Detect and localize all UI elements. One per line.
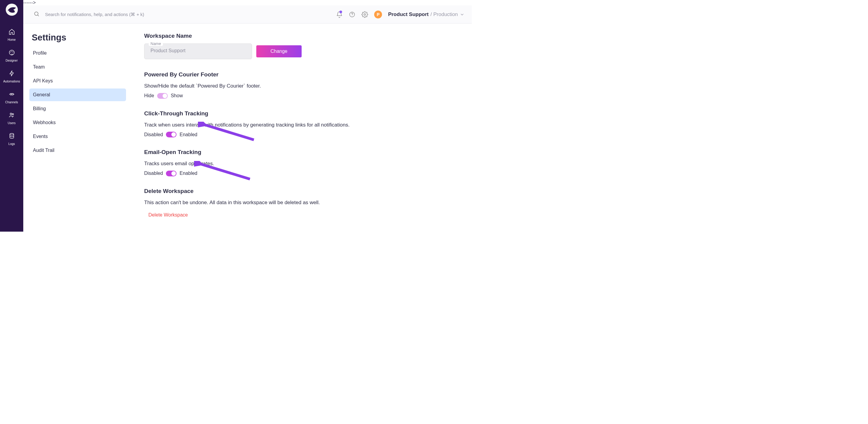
delete-workspace-link[interactable]: Delete Workspace (144, 209, 460, 218)
nav-label: Automations (3, 80, 20, 83)
toggle-right-label: Enabled (180, 132, 197, 137)
powered-by-desc: Show/Hide the default `Powered By Courie… (144, 82, 460, 90)
delete-workspace-desc: This action can't be undone. All data in… (144, 199, 460, 206)
settings-nav-webhooks[interactable]: Webhooks (29, 116, 126, 129)
workspace-name-heading: Workspace Name (144, 33, 460, 39)
svg-point-6 (10, 113, 12, 115)
notifications-button[interactable] (336, 11, 343, 18)
settings-nav: Settings Profile Team API Keys General B… (23, 24, 132, 232)
email-open-heading: Email-Open Tracking (144, 149, 460, 156)
database-icon (8, 133, 15, 140)
powered-by-toggle[interactable] (157, 93, 168, 99)
svg-point-12 (364, 13, 366, 15)
nav-users[interactable]: Users (0, 107, 23, 128)
change-button[interactable]: Change (256, 45, 302, 57)
settings-nav-profile[interactable]: Profile (29, 47, 126, 60)
click-through-heading: Click-Through Tracking (144, 110, 460, 117)
palette-icon (8, 49, 15, 57)
workspace-name: Product Support (388, 11, 429, 18)
bolt-icon (8, 70, 15, 78)
nav-label: Users (7, 121, 16, 125)
toggle-left-label: Hide (144, 93, 154, 98)
toggle-right-label: Enabled (180, 171, 197, 176)
nav-label: Designer (5, 59, 18, 62)
plug-icon (8, 91, 15, 99)
left-rail: Home Designer Automations Channels Users… (0, 0, 23, 232)
svg-point-8 (10, 133, 13, 135)
svg-point-7 (12, 113, 13, 115)
svg-point-1 (10, 52, 11, 52)
nav-label: Logs (8, 142, 15, 145)
email-open-desc: Tracks users email open rates. (144, 160, 460, 168)
delete-workspace-heading: Delete Workspace (144, 188, 460, 194)
toggle-left-label: Disabled (144, 171, 163, 176)
input-floating-label: Name (149, 41, 163, 46)
toggle-right-label: Show (171, 93, 183, 98)
users-icon (8, 112, 15, 120)
search-placeholder: Search for notifications, help, and acti… (45, 12, 144, 17)
notification-dot (339, 10, 342, 13)
chevron-down-icon (460, 12, 465, 17)
global-search[interactable]: Search for notifications, help, and acti… (34, 11, 331, 18)
environment-switcher[interactable]: Product Support / Production (388, 11, 465, 18)
settings-nav-general[interactable]: General (29, 89, 126, 101)
settings-nav-team[interactable]: Team (29, 61, 126, 73)
home-icon (8, 28, 15, 36)
help-button[interactable] (349, 11, 355, 18)
svg-point-11 (352, 15, 352, 16)
top-bar: Search for notifications, help, and acti… (23, 5, 472, 24)
toggle-left-label: Disabled (144, 132, 163, 137)
workspace-avatar[interactable]: P (374, 10, 382, 19)
search-icon (34, 11, 39, 18)
nav-label: Home (7, 38, 16, 41)
workspace-name-value: Product Support (151, 48, 246, 54)
svg-point-3 (12, 52, 13, 52)
workspace-name-input[interactable]: Name Product Support (144, 43, 252, 59)
env-sep: / Production (430, 11, 458, 18)
nav-label: Channels (5, 101, 18, 104)
powered-by-heading: Powered By Courier Footer (144, 71, 460, 78)
nav-automations[interactable]: Automations (0, 66, 23, 87)
email-open-toggle[interactable] (166, 171, 177, 176)
nav-designer[interactable]: Designer (0, 45, 23, 66)
nav-logs[interactable]: Logs (0, 128, 23, 149)
svg-point-9 (34, 12, 38, 15)
settings-title: Settings (32, 33, 126, 42)
nav-channels[interactable]: Channels (0, 87, 23, 107)
click-through-toggle[interactable] (166, 132, 177, 137)
settings-nav-api-keys[interactable]: API Keys (29, 74, 126, 87)
nav-home[interactable]: Home (0, 24, 23, 45)
settings-nav-events[interactable]: Events (29, 130, 126, 143)
app-logo[interactable] (6, 4, 18, 16)
settings-nav-audit-trail[interactable]: Audit Trail (29, 144, 126, 157)
settings-nav-billing[interactable]: Billing (29, 102, 126, 115)
click-through-desc: Track when users interact with notificat… (144, 121, 460, 129)
svg-point-2 (11, 51, 12, 51)
settings-content: Workspace Name Name Product Support Chan… (132, 24, 472, 232)
settings-button[interactable] (362, 11, 368, 18)
